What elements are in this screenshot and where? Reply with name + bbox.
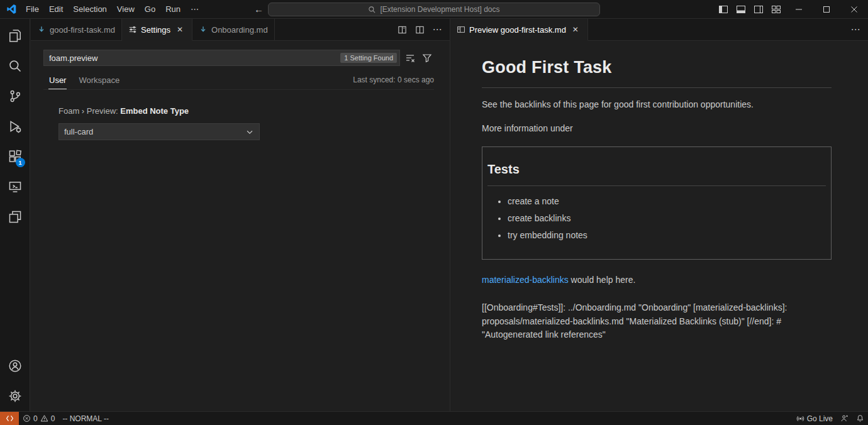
filter-funnel-icon[interactable]: [420, 51, 434, 65]
tab-onboarding[interactable]: Onboarding.md: [192, 19, 275, 41]
customize-layout-icon[interactable]: [767, 0, 785, 18]
remote-explorer-icon[interactable]: [0, 172, 30, 202]
windows-panel-icon[interactable]: [0, 202, 30, 232]
setting-name: Embed Note Type: [120, 106, 189, 116]
bell-icon: [856, 414, 864, 422]
link-references-paragraph: [[Onboarding#Tests]]: ../Onboarding.md "…: [482, 301, 832, 342]
problems-status[interactable]: 0 0: [19, 412, 58, 425]
close-window-button[interactable]: [840, 0, 868, 18]
extensions-badge: 1: [16, 158, 25, 167]
editor-layout-icon[interactable]: [412, 22, 427, 37]
tab-settings[interactable]: Settings ✕: [122, 19, 192, 41]
manage-gear-icon[interactable]: [0, 381, 30, 411]
menu-selection[interactable]: Selection: [68, 2, 111, 16]
feedback-icon: [840, 414, 849, 422]
list-item: try embedding notes: [508, 229, 826, 243]
scope-tab-workspace[interactable]: Workspace: [78, 73, 120, 89]
embedded-note-card: Tests create a note create backlinks try…: [482, 146, 832, 260]
more-actions-icon[interactable]: ⋯: [848, 22, 863, 37]
preview-heading: Good First Task: [482, 55, 832, 88]
menu-file[interactable]: File: [21, 2, 44, 16]
tab-preview-good-first-task[interactable]: Preview good-first-task.md ✕: [450, 19, 588, 41]
status-bar-right: Go Live: [793, 412, 868, 425]
more-actions-icon[interactable]: ⋯: [430, 22, 445, 37]
source-control-icon[interactable]: [0, 81, 30, 111]
close-tab-icon[interactable]: ✕: [570, 24, 581, 35]
list-item: create backlinks: [508, 212, 826, 226]
warning-count: 0: [51, 414, 55, 423]
tab-label: Preview good-first-task.md: [469, 25, 566, 35]
menu-overflow-icon[interactable]: ⋯: [186, 2, 204, 16]
open-preview-icon: [457, 25, 465, 34]
settings-scope-tabs: User Workspace Last synced: 0 secs ago: [43, 71, 434, 90]
activity-bar: 1: [0, 19, 30, 411]
list-item-text: create backlinks: [508, 213, 570, 223]
vim-mode-text: -- NORMAL --: [62, 414, 109, 423]
settings-search-value: foam.preview: [49, 53, 340, 63]
list-item-text: create a note: [508, 196, 559, 206]
go-live-label: Go Live: [807, 414, 833, 423]
markdown-preview: Good First Task See the backlinks of thi…: [450, 41, 868, 411]
preview-paragraph: See the backlinks of this page for good …: [482, 98, 832, 112]
markdown-file-icon: [37, 25, 46, 34]
search-icon: [368, 6, 376, 14]
clear-search-filters-icon[interactable]: [403, 51, 417, 65]
tab-good-first-task[interactable]: good-first-task.md: [31, 19, 122, 41]
preview-paragraph: More information under: [482, 122, 832, 136]
settings-sliders-icon: [128, 25, 137, 34]
settings-search-row: foam.preview 1 Setting Found: [43, 50, 434, 66]
menu-go[interactable]: Go: [140, 2, 160, 16]
split-editor-icon[interactable]: [394, 22, 409, 37]
close-tab-icon[interactable]: ✕: [174, 24, 186, 35]
notifications-button[interactable]: [852, 412, 868, 425]
setting-category: Foam › Preview:: [58, 106, 120, 116]
embed-divider: [487, 185, 826, 186]
status-bar: 0 0 -- NORMAL -- Go Live: [0, 411, 868, 425]
remote-icon: [6, 414, 14, 422]
command-center-label: [Extension Development Host] docs: [380, 5, 499, 14]
menu-view[interactable]: View: [112, 2, 140, 16]
editor-area: good-first-task.md Settings ✕ Onboarding…: [31, 19, 868, 411]
chevron-down-icon: [245, 128, 254, 136]
preview-link-paragraph: materialized-backlinks would help here.: [482, 273, 832, 287]
error-count: 0: [33, 414, 38, 423]
editor-group-left: good-first-task.md Settings ✕ Onboarding…: [31, 19, 450, 411]
menu-edit[interactable]: Edit: [44, 2, 68, 16]
vscode-window: File Edit Selection View Go Run ⋯ ← → [E…: [0, 0, 868, 425]
settings-count-badge: 1 Setting Found: [340, 53, 397, 63]
left-tab-bar: good-first-task.md Settings ✕ Onboarding…: [31, 19, 450, 41]
feedback-button[interactable]: [837, 412, 852, 425]
remote-indicator[interactable]: [0, 412, 19, 425]
window-controls: [715, 0, 868, 18]
back-arrow-icon[interactable]: ←: [254, 4, 264, 14]
tab-label: Onboarding.md: [211, 25, 268, 35]
warning-icon: [40, 414, 48, 422]
list-item: create a note: [508, 195, 826, 209]
run-debug-icon[interactable]: [0, 111, 30, 141]
link-tail-text: would help here.: [569, 275, 636, 285]
error-icon: [23, 414, 31, 422]
title-bar: File Edit Selection View Go Run ⋯ ← → [E…: [0, 0, 868, 19]
right-tab-actions: ⋯: [588, 19, 868, 41]
materialized-backlinks-link[interactable]: materialized-backlinks: [482, 275, 569, 285]
toggle-secondary-sidebar-icon[interactable]: [750, 0, 767, 18]
scope-tab-user[interactable]: User: [48, 73, 67, 89]
left-tab-actions: ⋯: [275, 19, 450, 41]
explorer-icon[interactable]: [0, 21, 30, 51]
command-center[interactable]: [Extension Development Host] docs: [268, 3, 600, 16]
markdown-file-icon: [199, 25, 208, 34]
toggle-primary-sidebar-icon[interactable]: [715, 0, 732, 18]
maximize-button[interactable]: [813, 0, 840, 18]
vim-mode-indicator[interactable]: -- NORMAL --: [58, 412, 113, 425]
broadcast-icon: [796, 414, 804, 422]
extensions-icon[interactable]: 1: [0, 141, 30, 172]
embed-note-type-dropdown[interactable]: full-card: [58, 123, 260, 140]
account-icon[interactable]: [0, 351, 30, 381]
go-live-button[interactable]: Go Live: [793, 412, 837, 425]
settings-search-input[interactable]: foam.preview 1 Setting Found: [43, 50, 400, 66]
search-sidebar-icon[interactable]: [0, 51, 30, 81]
minimize-button[interactable]: [785, 0, 813, 18]
setting-item-embed-note-type: Foam › Preview: Embed Note Type full-car…: [58, 106, 434, 140]
toggle-panel-icon[interactable]: [732, 0, 750, 18]
menu-run[interactable]: Run: [160, 2, 186, 16]
